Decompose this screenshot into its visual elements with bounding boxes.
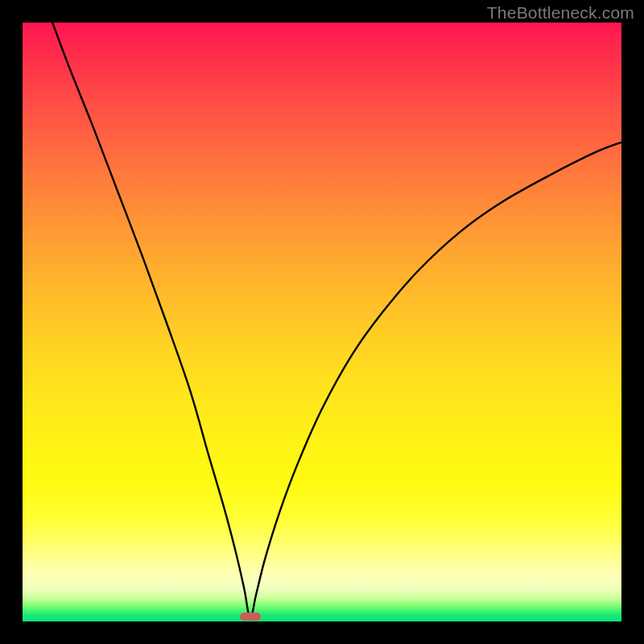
chart-frame: TheBottleneck.com (0, 0, 644, 644)
plot-area (23, 23, 621, 621)
optimum-marker (240, 613, 261, 621)
watermark-text: TheBottleneck.com (487, 3, 634, 23)
bottleneck-curve (23, 23, 621, 621)
